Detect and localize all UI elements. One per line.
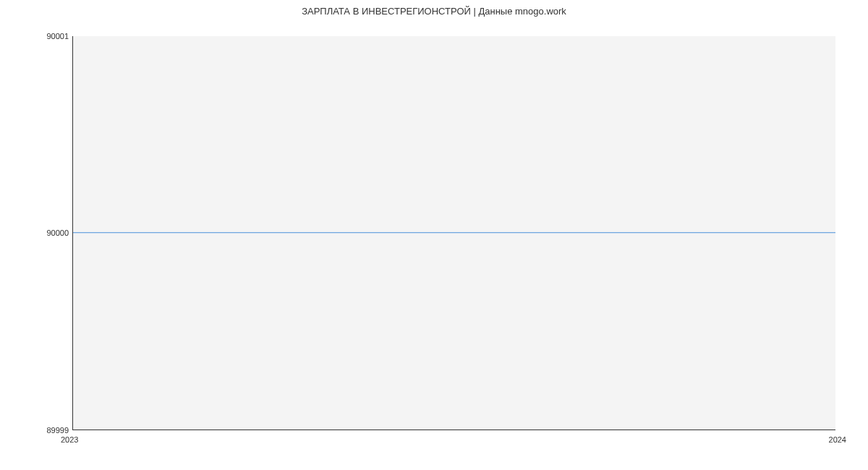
series-line	[73, 232, 835, 233]
x-axis-tick-label: 2024	[829, 435, 846, 444]
y-axis-tick-label: 90001	[46, 32, 69, 40]
plot-area	[72, 36, 835, 430]
y-axis-tick-label: 89999	[46, 426, 69, 435]
chart-title: ЗАРПЛАТА В ИНВЕСТРЕГИОНСТРОЙ | Данные mn…	[0, 6, 868, 17]
x-axis-tick-label: 2023	[61, 435, 78, 444]
y-axis-tick-label: 90000	[46, 228, 69, 237]
